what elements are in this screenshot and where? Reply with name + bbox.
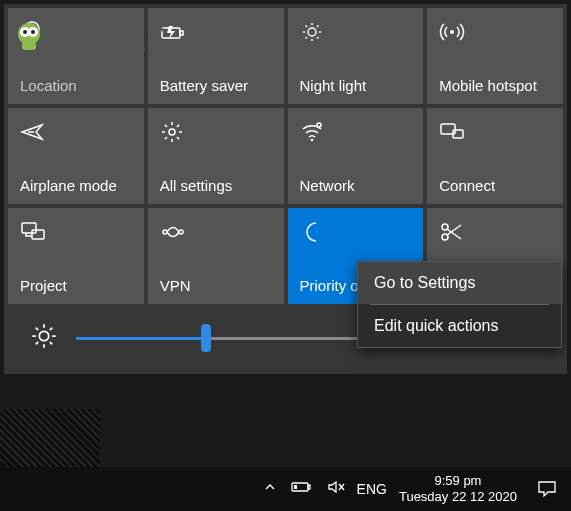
svg-rect-8 (180, 31, 183, 35)
language-indicator[interactable]: ENG (357, 481, 387, 497)
tray-battery-icon[interactable] (291, 480, 313, 498)
tile-all-settings[interactable]: All settings (148, 108, 284, 204)
taskbar-clock[interactable]: 9:59 pm Tuesday 22 12 2020 (399, 473, 517, 506)
svg-point-3 (23, 30, 27, 34)
svg-rect-17 (32, 230, 44, 239)
tile-project[interactable]: Project (8, 208, 144, 304)
svg-rect-25 (294, 485, 297, 489)
project-icon (20, 218, 132, 246)
svg-rect-24 (308, 485, 310, 489)
svg-rect-16 (22, 223, 36, 233)
tile-label: Airplane mode (20, 177, 132, 194)
tile-vpn[interactable]: VPN (148, 208, 284, 304)
night-light-icon (300, 18, 412, 46)
system-tray (263, 479, 345, 499)
action-center-button[interactable] (525, 467, 569, 511)
tile-label: Network (300, 177, 412, 194)
tile-mobile-hotspot[interactable]: Mobile hotspot (427, 8, 563, 104)
network-icon (300, 118, 412, 146)
clock-date: Tuesday 22 12 2020 (399, 489, 517, 505)
tile-label: Project (20, 277, 132, 294)
moon-icon (300, 218, 412, 246)
slider-thumb[interactable] (201, 324, 211, 352)
clock-time: 9:59 pm (399, 473, 517, 489)
snip-icon (439, 218, 551, 246)
svg-point-9 (308, 28, 316, 36)
context-menu: Go to Settings Edit quick actions (357, 261, 562, 348)
connect-icon (439, 118, 551, 146)
battery-icon (160, 18, 272, 46)
tile-label: Location (20, 77, 132, 94)
taskbar: ENG 9:59 pm Tuesday 22 12 2020 (0, 467, 571, 511)
menu-go-to-settings[interactable]: Go to Settings (358, 262, 561, 304)
svg-point-10 (450, 30, 454, 34)
mascot-icon (8, 18, 50, 60)
tile-label: Connect (439, 177, 551, 194)
tile-label: Battery saver (160, 77, 272, 94)
svg-point-4 (31, 30, 35, 34)
hotspot-icon (439, 18, 551, 46)
tile-connect[interactable]: Connect (427, 108, 563, 204)
watermark-text: PUALS (54, 20, 171, 59)
settings-icon (160, 118, 272, 146)
tile-airplane-mode[interactable]: Airplane mode (8, 108, 144, 204)
svg-point-13 (317, 123, 321, 127)
tray-volume-muted-icon[interactable] (327, 479, 345, 499)
watermark-overlay: PUALS (8, 18, 171, 60)
tray-overflow-icon[interactable] (263, 480, 277, 498)
tile-network[interactable]: Network (288, 108, 424, 204)
airplane-icon (20, 118, 132, 146)
svg-point-18 (163, 230, 167, 234)
vpn-icon (160, 218, 272, 246)
svg-point-19 (179, 230, 183, 234)
menu-edit-quick-actions[interactable]: Edit quick actions (358, 305, 561, 347)
brightness-icon (30, 322, 58, 354)
tile-label: VPN (160, 277, 272, 294)
svg-point-22 (39, 331, 48, 340)
tile-night-light[interactable]: Night light (288, 8, 424, 104)
tile-label: All settings (160, 177, 272, 194)
slider-fill (76, 337, 206, 340)
svg-point-12 (310, 139, 313, 142)
tile-label: Mobile hotspot (439, 77, 551, 94)
tile-label: Night light (300, 77, 412, 94)
svg-point-11 (169, 129, 175, 135)
svg-rect-5 (22, 42, 36, 50)
background-hatch (0, 409, 100, 467)
